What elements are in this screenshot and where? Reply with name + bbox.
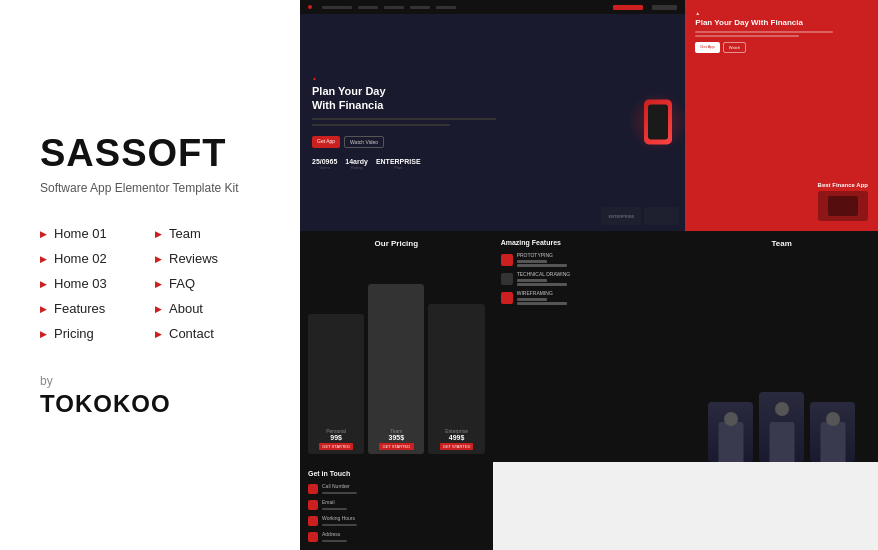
card3-title: Our Pricing: [308, 239, 485, 248]
nav-item-features[interactable]: ▶ Features: [40, 298, 145, 319]
team-photo-1: [708, 402, 753, 462]
preview-pricing[interactable]: Our Pricing Personal 99$ GET STARTED Tea…: [300, 231, 493, 462]
card1-btn2[interactable]: Watch Video: [344, 136, 384, 148]
preview-features[interactable]: Amazing Features PROTOTYPING TECHNICAL D…: [493, 231, 686, 462]
feature-list: PROTOTYPING TECHNICAL DRAWING: [501, 252, 678, 305]
nav-item-team[interactable]: ▶ Team: [155, 223, 260, 244]
card2-subtitle: [695, 31, 868, 37]
feature-icon: [501, 292, 513, 304]
card5-title: Team: [693, 239, 870, 248]
preview-team[interactable]: Team: [685, 231, 878, 462]
nav-item-home03[interactable]: ▶ Home 03: [40, 273, 145, 294]
arrow-icon: ▶: [40, 254, 47, 264]
nav-item-pricing[interactable]: ▶ Pricing: [40, 323, 145, 344]
card6-title: Get in Touch: [308, 470, 485, 477]
contact-email: Email: [308, 499, 485, 510]
contact-phone: Call Number: [308, 483, 485, 494]
team-photo-3: [810, 402, 855, 462]
nav-item-home01[interactable]: ▶ Home 01: [40, 223, 145, 244]
pricing-row: Personal 99$ GET STARTED Team 395$ GET S…: [308, 254, 485, 454]
feature-item: PROTOTYPING: [501, 252, 678, 267]
card1-title: Plan Your DayWith Financia: [312, 84, 618, 113]
arrow-icon: ▶: [155, 329, 162, 339]
card2-title: Plan Your Day With Financia: [695, 18, 868, 28]
nav-grid: ▶ Home 01 ▶ Team ▶ Home 02 ▶ Reviews ▶ H…: [40, 223, 260, 344]
nav-item-contact[interactable]: ▶ Contact: [155, 323, 260, 344]
pricing-personal: Personal 99$ GET STARTED: [308, 314, 364, 454]
preview-home02[interactable]: ▲ Plan Your Day With Financia Get App Wa…: [685, 0, 878, 231]
arrow-icon: ▶: [40, 304, 47, 314]
pricing-enterprise: Enterprise 499$ GET STARTED: [428, 304, 484, 454]
nav-item-about[interactable]: ▶ About: [155, 298, 260, 319]
phone-icon: [308, 484, 318, 494]
contact-hours: Working Hours: [308, 515, 485, 526]
by-label: by: [40, 374, 260, 388]
arrow-icon: ▶: [40, 229, 47, 239]
arrow-icon: ▶: [40, 329, 47, 339]
card1-btn1[interactable]: Get App: [312, 136, 340, 148]
arrow-icon: ▶: [155, 229, 162, 239]
pricing-team: Team 395$ GET STARTED: [368, 284, 424, 454]
arrow-icon: ▶: [40, 279, 47, 289]
preview-contact[interactable]: Get in Touch Call Number Email: [300, 462, 493, 550]
card1-phone: [630, 14, 685, 231]
arrow-icon: ▶: [155, 279, 162, 289]
email-icon: [308, 500, 318, 510]
feature-icon: [501, 273, 513, 285]
card4-title: Amazing Features: [501, 239, 678, 246]
creator-name: TOKOKOO: [40, 390, 260, 418]
card2-bestapp: Best Finance App: [695, 182, 868, 188]
nav-item-reviews[interactable]: ▶ Reviews: [155, 248, 260, 269]
right-panel: ▲ Plan Your DayWith Financia Get App Wat…: [300, 0, 878, 550]
feature-item: TECHNICAL DRAWING: [501, 271, 678, 286]
team-photo-2: [759, 392, 804, 462]
location-icon: [308, 532, 318, 542]
left-panel: SASSOFT Software App Elementor Template …: [0, 0, 300, 550]
nav-item-home02[interactable]: ▶ Home 02: [40, 248, 145, 269]
clock-icon: [308, 516, 318, 526]
brand-subtitle: Software App Elementor Template Kit: [40, 181, 260, 195]
arrow-icon: ▶: [155, 254, 162, 264]
arrow-icon: ▶: [155, 304, 162, 314]
contact-address: Address: [308, 531, 485, 542]
preview-home01[interactable]: ▲ Plan Your DayWith Financia Get App Wat…: [300, 0, 685, 231]
feature-item: WIREFRAMING: [501, 290, 678, 305]
feature-icon: [501, 254, 513, 266]
team-photos: [685, 262, 878, 462]
nav-item-faq[interactable]: ▶ FAQ: [155, 273, 260, 294]
contact-items: Call Number Email Working Hours: [308, 483, 485, 542]
brand-title: SASSOFT: [40, 132, 260, 175]
